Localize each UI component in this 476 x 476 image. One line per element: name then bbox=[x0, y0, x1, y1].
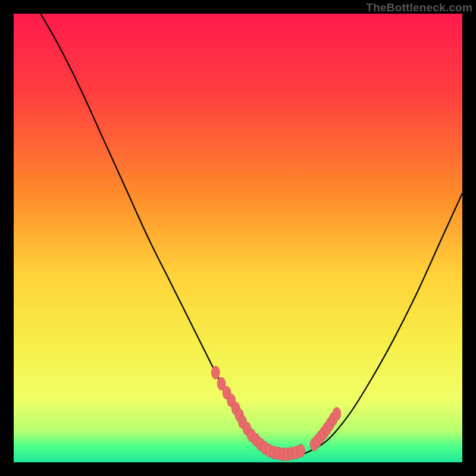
gradient-background bbox=[14, 14, 462, 462]
data-marker bbox=[297, 444, 305, 457]
bottleneck-chart bbox=[14, 14, 462, 462]
watermark-text: TheBottleneck.com bbox=[366, 1, 472, 14]
data-marker bbox=[211, 366, 220, 379]
chart-frame bbox=[14, 14, 462, 462]
data-marker bbox=[333, 408, 341, 421]
